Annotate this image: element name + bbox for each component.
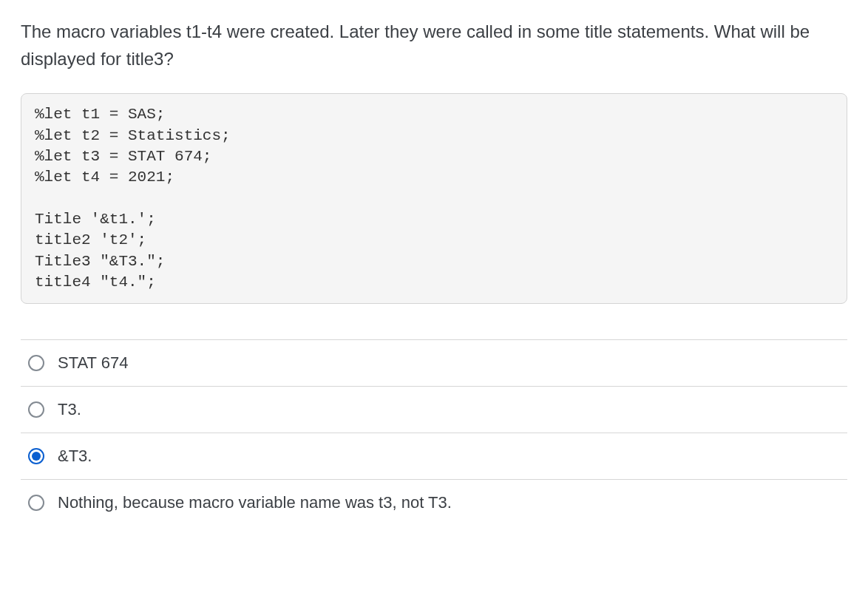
option-label: Nothing, because macro variable name was… <box>58 493 452 512</box>
radio-icon <box>28 448 44 464</box>
code-block: %let t1 = SAS; %let t2 = Statistics; %le… <box>21 93 847 304</box>
question-text: The macro variables t1-t4 were created. … <box>21 18 847 72</box>
option-3[interactable]: Nothing, because macro variable name was… <box>21 480 847 526</box>
option-label: STAT 674 <box>58 353 128 373</box>
option-0[interactable]: STAT 674 <box>21 339 847 387</box>
radio-icon <box>28 355 44 371</box>
option-1[interactable]: T3. <box>21 387 847 433</box>
option-2[interactable]: &T3. <box>21 433 847 480</box>
radio-icon <box>28 495 44 511</box>
option-label: T3. <box>58 400 81 419</box>
option-label: &T3. <box>58 447 92 466</box>
options-list: STAT 674 T3. &T3. Nothing, because macro… <box>21 339 847 526</box>
radio-icon <box>28 401 44 418</box>
